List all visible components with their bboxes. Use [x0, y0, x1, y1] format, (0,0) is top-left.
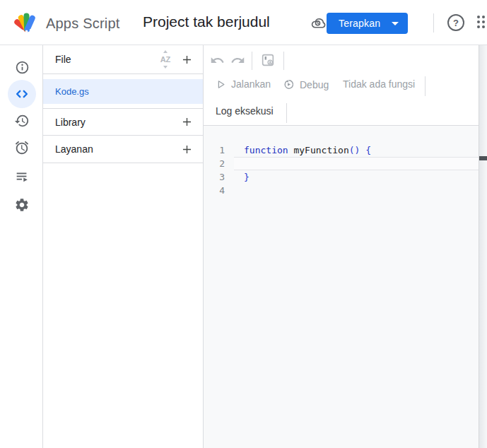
- run-button[interactable]: Jalankan: [216, 78, 271, 90]
- left-navigation-rail: [0, 45, 43, 448]
- run-play-icon: [216, 79, 226, 90]
- debug-icon: [283, 78, 295, 90]
- deployment-status-cloud-icon[interactable]: [310, 15, 327, 31]
- cursor-position-marker: [479, 156, 487, 160]
- add-library-button[interactable]: [179, 114, 195, 130]
- sidebar-item-project-history[interactable]: [8, 107, 36, 135]
- run-button-label: Jalankan: [231, 78, 271, 90]
- execution-log-tab[interactable]: Log eksekusi: [216, 105, 274, 117]
- code-editor-icon: [14, 86, 30, 102]
- sidebar-item-triggers[interactable]: [8, 134, 36, 162]
- undo-button[interactable]: [210, 53, 225, 68]
- brand-link[interactable]: Apps Script: [14, 11, 119, 36]
- services-label: Layanan: [55, 143, 179, 155]
- deploy-button-label: Terapkan: [339, 18, 380, 29]
- editor-scrollbar[interactable]: [479, 45, 487, 448]
- files-header: File AZ: [43, 45, 203, 74]
- editor-pane: Jalankan Debug Tidak ada fungsi: [204, 45, 487, 448]
- file-item-label: Kode.gs: [55, 86, 89, 97]
- sort-files-button[interactable]: AZ: [157, 51, 174, 68]
- run-toolbar: Jalankan Debug Tidak ada fungsi: [204, 76, 487, 96]
- executions-icon: [14, 169, 30, 184]
- apps-script-window: Apps Script Project tak berjudul Terapka…: [0, 0, 487, 448]
- triggers-alarm-icon: [14, 140, 30, 155]
- google-apps-grid-icon[interactable]: [476, 15, 487, 29]
- project-history-icon: [14, 113, 30, 129]
- file-item-selected[interactable]: Kode.gs: [43, 79, 203, 104]
- brand-name: Apps Script: [46, 16, 119, 32]
- library-label: Library: [55, 117, 179, 128]
- deploy-dropdown-caret-icon: [392, 22, 399, 25]
- help-button[interactable]: ?: [447, 14, 464, 31]
- sort-az-icon: AZ: [158, 52, 172, 66]
- project-title[interactable]: Project tak berjudul: [143, 13, 270, 30]
- log-toolbar: Log eksekusi: [204, 102, 487, 125]
- editor-toolbar: [204, 52, 487, 70]
- apps-script-logo-icon: [14, 11, 40, 36]
- plus-icon: [180, 143, 194, 156]
- redo-button[interactable]: [230, 53, 245, 68]
- debug-button-label: Debug: [300, 79, 329, 90]
- sidebar-item-editor[interactable]: [8, 80, 36, 108]
- sidebar-item-executions[interactable]: [8, 163, 36, 191]
- help-icon: ?: [453, 18, 459, 28]
- toolbar-divider: [252, 52, 252, 70]
- plus-icon: [180, 115, 194, 129]
- code-editor[interactable]: 1234 function myFunction() {}: [204, 126, 487, 448]
- plus-icon: [180, 53, 194, 66]
- redo-icon: [230, 53, 245, 68]
- save-icon: [260, 52, 276, 68]
- debug-button[interactable]: Debug: [283, 78, 329, 90]
- add-file-button[interactable]: [179, 52, 195, 68]
- toolbar-divider: [286, 103, 287, 123]
- top-app-bar: Apps Script Project tak berjudul Terapka…: [0, 0, 487, 45]
- editor-header: Jalankan Debug Tidak ada fungsi: [204, 45, 487, 126]
- services-section: Layanan: [43, 136, 203, 163]
- topbar-divider: [433, 13, 434, 33]
- toolbar-divider: [425, 76, 426, 96]
- code-lines[interactable]: function myFunction() {}: [244, 143, 487, 197]
- function-selector-dropdown[interactable]: Tidak ada fungsi: [343, 78, 415, 90]
- undo-icon: [210, 53, 225, 68]
- files-panel: File AZ Kode.gs Library Layanan: [43, 45, 204, 448]
- deploy-button[interactable]: Terapkan: [327, 13, 408, 34]
- files-header-label: File: [55, 54, 157, 65]
- settings-gear-icon: [14, 197, 30, 213]
- toolbar-divider: [283, 52, 284, 70]
- add-service-button[interactable]: [179, 141, 195, 158]
- sidebar-item-overview[interactable]: [8, 53, 36, 81]
- function-selector-value: Tidak ada fungsi: [343, 78, 415, 90]
- overview-info-icon: [15, 60, 30, 75]
- library-section: Library: [43, 108, 203, 136]
- line-numbers[interactable]: 1234: [204, 143, 234, 197]
- save-project-button[interactable]: [260, 52, 276, 68]
- execution-log-label: Log eksekusi: [216, 105, 274, 117]
- sidebar-item-settings[interactable]: [8, 191, 36, 219]
